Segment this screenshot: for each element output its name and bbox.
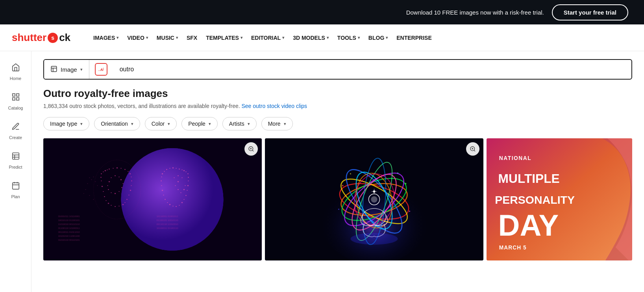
svg-point-27 bbox=[130, 173, 131, 175]
sidebar-item-create[interactable]: Create bbox=[2, 118, 30, 144]
svg-point-105 bbox=[185, 185, 186, 186]
svg-point-50 bbox=[87, 183, 88, 184]
ai-search-badge[interactable]: .∧i bbox=[89, 60, 113, 79]
filter-image-type[interactable]: Image type ▾ bbox=[43, 117, 89, 130]
svg-point-146 bbox=[350, 173, 351, 175]
filter-image-type-label: Image type bbox=[50, 121, 77, 127]
video-link[interactable]: See outro stock video clips bbox=[242, 103, 307, 109]
svg-point-59 bbox=[120, 179, 122, 180]
svg-point-15 bbox=[121, 148, 224, 251]
svg-point-75 bbox=[170, 168, 170, 169]
nav-item-tools[interactable]: TOOLS ▾ bbox=[334, 32, 363, 43]
create-icon bbox=[11, 122, 20, 133]
svg-point-89 bbox=[179, 205, 180, 206]
nav-item-music[interactable]: MUSIC ▾ bbox=[154, 32, 181, 43]
nav-item-templates[interactable]: TEMPLATES ▾ bbox=[203, 32, 246, 43]
sidebar-label-create: Create bbox=[9, 135, 22, 140]
svg-point-56 bbox=[111, 177, 112, 178]
svg-text:10101010 11001100: 10101010 11001100 bbox=[58, 235, 80, 237]
ai-icon-text: .∧i bbox=[98, 67, 104, 72]
plan-icon bbox=[11, 181, 20, 192]
svg-point-18 bbox=[103, 171, 104, 172]
svg-point-62 bbox=[119, 191, 120, 192]
svg-point-41 bbox=[104, 196, 105, 197]
logo[interactable]: shutter s ck bbox=[12, 32, 70, 44]
svg-text:10010110 01100101: 10010110 01100101 bbox=[58, 219, 80, 221]
banner-text: Download 10 FREE images now with a risk-… bbox=[406, 9, 544, 16]
image-card-1[interactable]: 01001011 10110001 10010110 01100101 1101… bbox=[43, 138, 262, 260]
svg-text:01010110 00110101: 01010110 00110101 bbox=[58, 239, 80, 241]
predict-icon bbox=[11, 152, 20, 162]
svg-point-38 bbox=[111, 205, 112, 206]
svg-point-84 bbox=[165, 199, 165, 200]
svg-point-78 bbox=[162, 173, 163, 175]
page-title: Outro royalty-free images bbox=[43, 87, 632, 100]
images-grid: 01001011 10110001 10010110 01100101 1101… bbox=[43, 138, 632, 260]
svg-point-35 bbox=[122, 204, 124, 205]
svg-text:00110011 01011010: 00110011 01011010 bbox=[58, 231, 80, 233]
nav-item-editorial[interactable]: EDITORIAL ▾ bbox=[248, 32, 287, 43]
nav-item-video[interactable]: VIDEO ▾ bbox=[124, 32, 151, 43]
sidebar-label-plan: Plan bbox=[11, 194, 20, 199]
svg-point-91 bbox=[184, 199, 185, 200]
filter-artists[interactable]: Artists ▾ bbox=[222, 117, 257, 130]
svg-point-72 bbox=[179, 169, 180, 169]
main-nav: shutter s ck IMAGES ▾ VIDEO ▾ MUSIC ▾ SF… bbox=[0, 24, 644, 51]
filter-more[interactable]: More ▾ bbox=[261, 117, 293, 130]
filter-people[interactable]: People ▾ bbox=[181, 117, 218, 130]
svg-point-77 bbox=[164, 171, 165, 172]
svg-point-102 bbox=[178, 189, 178, 190]
svg-point-145 bbox=[409, 211, 410, 212]
svg-point-63 bbox=[115, 193, 116, 194]
svg-point-52 bbox=[85, 189, 86, 190]
svg-point-65 bbox=[108, 189, 109, 190]
svg-point-104 bbox=[183, 189, 185, 190]
svg-point-29 bbox=[131, 180, 132, 181]
filter-color-caret: ▾ bbox=[168, 121, 170, 126]
svg-point-73 bbox=[176, 168, 177, 169]
zoom-btn-1[interactable] bbox=[244, 142, 258, 156]
filter-color-label: Color bbox=[152, 121, 165, 127]
search-input[interactable] bbox=[113, 66, 631, 73]
svg-point-54 bbox=[89, 195, 90, 196]
search-bar: Image ▾ .∧i bbox=[43, 59, 632, 80]
filter-color[interactable]: Color ▾ bbox=[145, 117, 177, 130]
filter-orientation-label: Orientation bbox=[101, 121, 128, 127]
sidebar-item-predict[interactable]: Predict bbox=[2, 148, 30, 173]
search-type-selector[interactable]: Image ▾ bbox=[44, 60, 89, 79]
svg-point-51 bbox=[97, 185, 98, 186]
svg-point-23 bbox=[117, 167, 118, 169]
trial-button[interactable]: Start your free trial bbox=[552, 4, 628, 20]
subtitle-text: 1,863,334 outro stock photos, vectors, a… bbox=[43, 103, 240, 109]
filter-people-caret: ▾ bbox=[209, 121, 211, 126]
sidebar-item-catalog[interactable]: Catalog bbox=[2, 89, 30, 114]
svg-point-31 bbox=[130, 190, 131, 191]
filter-orientation[interactable]: Orientation ▾ bbox=[94, 117, 140, 130]
nav-item-3dmodels[interactable]: 3D MODELS ▾ bbox=[290, 32, 332, 43]
image-card-3[interactable]: NATIONAL MULTIPLE PERSONALITY DAY MARCH … bbox=[487, 138, 632, 260]
nav-item-images[interactable]: IMAGES ▾ bbox=[90, 32, 122, 43]
svg-rect-1 bbox=[16, 94, 19, 96]
svg-point-71 bbox=[182, 169, 183, 170]
svg-point-147 bbox=[397, 173, 398, 174]
svg-point-39 bbox=[108, 203, 109, 204]
svg-rect-12 bbox=[51, 66, 57, 72]
sidebar-label-predict: Predict bbox=[9, 165, 22, 169]
nav-item-blog[interactable]: BLOG ▾ bbox=[365, 32, 391, 43]
svg-point-70 bbox=[183, 170, 185, 171]
sidebar: Home Catalog Create bbox=[0, 51, 31, 292]
nav-item-sfx[interactable]: SFX bbox=[183, 32, 200, 43]
svg-point-122 bbox=[319, 170, 429, 260]
search-type-icon bbox=[50, 65, 57, 74]
image-card-2[interactable] bbox=[265, 138, 483, 260]
page-subtitle: 1,863,334 outro stock photos, vectors, a… bbox=[43, 103, 632, 109]
nav-item-enterprise[interactable]: ENTERPRISE bbox=[393, 32, 435, 43]
svg-point-64 bbox=[111, 192, 112, 193]
filter-image-type-caret: ▾ bbox=[80, 121, 83, 126]
svg-point-42 bbox=[103, 191, 104, 192]
sidebar-item-home[interactable]: Home bbox=[2, 59, 30, 85]
filter-more-label: More bbox=[268, 121, 281, 127]
zoom-btn-2[interactable] bbox=[466, 142, 479, 156]
filter-orientation-caret: ▾ bbox=[131, 121, 133, 126]
sidebar-item-plan[interactable]: Plan bbox=[2, 177, 30, 203]
